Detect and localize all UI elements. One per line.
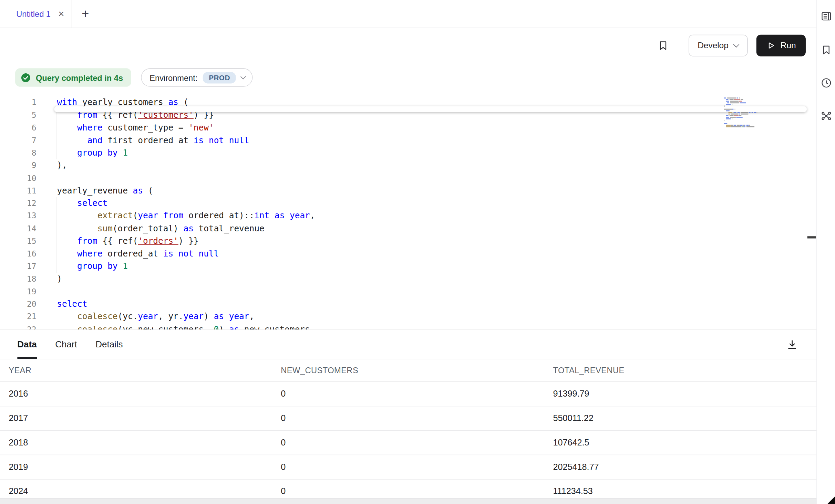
check-icon	[21, 72, 31, 83]
code-line[interactable]: 21 coalesce(yc.year, yr.year) as year,	[0, 311, 816, 323]
code-token	[57, 312, 77, 321]
table-row[interactable]: 20180107642.5	[0, 431, 816, 455]
code-line[interactable]: 20select	[0, 298, 816, 311]
code-token: (	[143, 186, 153, 195]
editor-tab-bar: Untitled 1 × +	[0, 0, 816, 28]
query-status-pill: Query completed in 4s	[15, 68, 131, 87]
table-cell: 550011.22	[544, 407, 816, 430]
table-row[interactable]: 20170550011.22	[0, 407, 816, 431]
play-icon	[766, 41, 775, 50]
history-icon[interactable]	[819, 76, 833, 90]
code-line[interactable]: 15 from {{ ref('orders') }}	[0, 235, 816, 248]
code-token: (order_total)	[113, 223, 184, 233]
code-line[interactable]: 6 where customer_type = 'new'	[0, 122, 816, 134]
code-line[interactable]: 11yearly_revenue as (	[0, 185, 816, 197]
code-text: )	[57, 273, 62, 286]
download-icon[interactable]	[786, 339, 798, 351]
code-editor[interactable]: 1with yearly_customers as (5 from {{ ref…	[0, 92, 816, 329]
code-token: is not null	[194, 135, 249, 145]
indent-guide	[56, 197, 56, 273]
code-text: coalesce(yc.year, yr.year) as year,	[57, 311, 254, 323]
horizontal-scrollbar-thumb[interactable]	[54, 106, 807, 112]
bookmark-icon[interactable]	[819, 43, 833, 56]
code-line[interactable]: 10	[0, 172, 816, 185]
column-header[interactable]: YEAR	[0, 359, 272, 382]
code-token: customer_type =	[102, 123, 188, 133]
close-icon[interactable]: ×	[58, 9, 64, 19]
table-cell: 2019	[0, 455, 272, 479]
code-token: sum	[97, 223, 113, 233]
code-line[interactable]: 19	[0, 285, 816, 298]
code-token: 1	[123, 261, 128, 271]
results-tab-label: Details	[95, 339, 123, 349]
code-line[interactable]: 18)	[0, 273, 816, 286]
code-line[interactable]: 12 select	[0, 197, 816, 210]
results-panel: DataChartDetails YEARNEW_CUSTOMERSTOTAL_…	[0, 329, 816, 504]
code-token	[269, 211, 275, 221]
code-token: from	[163, 211, 184, 221]
code-token: (	[133, 211, 138, 221]
results-tab-chart[interactable]: Chart	[55, 330, 77, 359]
table-cell: 0	[272, 455, 544, 479]
code-token: group by	[77, 261, 118, 271]
code-token: as	[184, 223, 194, 233]
resize-corner	[827, 496, 835, 504]
column-header[interactable]: TOTAL_REVENUE	[544, 359, 816, 382]
code-token: from	[77, 236, 97, 246]
code-line[interactable]: 8 group by 1	[0, 147, 816, 160]
table-row[interactable]: 2016091399.79	[0, 382, 816, 407]
results-horizontal-scrollbar[interactable]	[0, 498, 816, 504]
code-token: coalesce	[77, 324, 118, 329]
code-token: )	[57, 274, 62, 284]
new-tab-button[interactable]: +	[72, 0, 99, 28]
code-line[interactable]: 14 sum(order_total) as total_revenue	[0, 222, 816, 235]
tab-untitled-1[interactable]: Untitled 1 ×	[0, 0, 72, 28]
code-token: yearly_revenue	[57, 186, 133, 195]
code-text: from {{ ref('orders') }}	[57, 235, 198, 248]
code-token: coalesce	[77, 312, 118, 321]
code-token: first_ordered_at	[102, 135, 193, 145]
minimap[interactable]	[723, 96, 768, 129]
table-body: 2016091399.7920170550011.2220180107642.5…	[0, 382, 816, 504]
table-row[interactable]: 201902025418.77	[0, 455, 816, 480]
line-number: 16	[0, 248, 36, 260]
scrollbar-marker	[807, 236, 816, 238]
code-token: as	[229, 324, 239, 329]
code-line[interactable]: 16 where ordered_at is not null	[0, 248, 816, 260]
code-token: 1	[123, 148, 128, 158]
code-line[interactable]: 17 group by 1	[0, 260, 816, 273]
results-tab-bar: DataChartDetails	[0, 330, 816, 359]
line-number: 12	[0, 197, 36, 210]
line-number: 8	[0, 147, 36, 160]
code-line[interactable]: 13 extract(year from ordered_at)::int as…	[0, 210, 816, 223]
develop-button[interactable]: Develop	[688, 35, 747, 56]
code-token: 'new'	[188, 123, 214, 133]
environment-selector[interactable]: Environment: PROD	[141, 68, 253, 87]
tab-title: Untitled 1	[16, 9, 51, 19]
code-token: as	[214, 312, 224, 321]
code-token: 0	[214, 324, 219, 329]
line-number: 6	[0, 122, 36, 134]
status-bar: Query completed in 4s Environment: PROD	[0, 63, 816, 92]
results-tab-details[interactable]: Details	[95, 330, 123, 359]
line-number: 18	[0, 273, 36, 286]
results-tab-label: Data	[17, 339, 37, 349]
column-header[interactable]: NEW_CUSTOMERS	[272, 359, 544, 382]
code-token: select	[57, 299, 87, 309]
environment-label: Environment:	[150, 73, 197, 82]
bookmark-icon[interactable]	[657, 40, 669, 52]
results-tab-data[interactable]: Data	[17, 330, 37, 359]
code-text: yearly_revenue as (	[57, 185, 153, 197]
code-text: select	[57, 298, 87, 311]
code-line[interactable]: 22 coalesce(yc.new_customers, 0) as new_…	[0, 323, 816, 329]
dag-icon[interactable]	[819, 109, 833, 123]
lineage-panel-icon[interactable]	[819, 10, 833, 23]
right-sidebar	[816, 0, 835, 504]
run-button[interactable]: Run	[756, 35, 806, 56]
line-number: 1	[0, 96, 36, 109]
code-token: (yc.	[118, 312, 138, 321]
code-line[interactable]: 7 and first_ordered_at is not null	[0, 134, 816, 147]
code-token: , yr.	[158, 312, 183, 321]
code-line[interactable]: 9),	[0, 159, 816, 172]
code-text: extract(year from ordered_at)::int as ye…	[57, 210, 315, 223]
